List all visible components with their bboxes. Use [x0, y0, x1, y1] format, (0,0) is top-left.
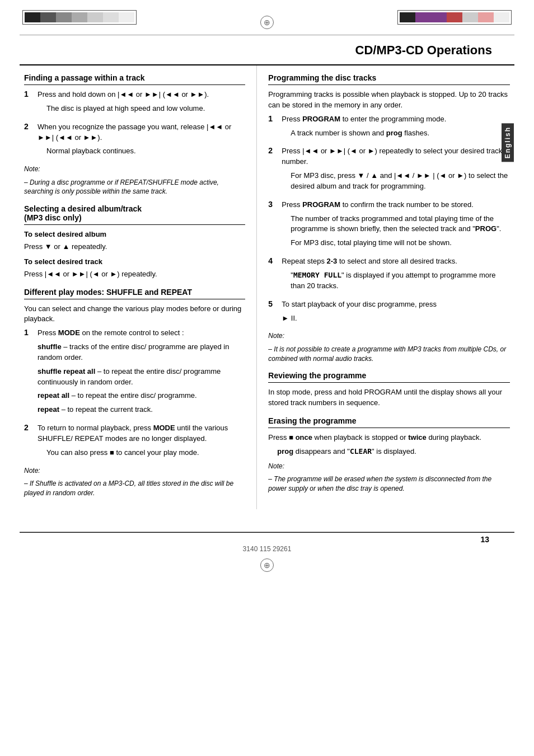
prog-step-content-4: Repeat steps 2-3 to select and store all… — [282, 256, 510, 295]
bar-4 — [72, 12, 87, 22]
left-color-bars — [22, 10, 137, 25]
section-reviewing: Reviewing the programme In stop mode, pr… — [268, 371, 510, 408]
step-finding-1: 1 Press and hold down on |◄◄ or ►►| (◄◄ … — [24, 90, 245, 118]
bar-2 — [40, 12, 56, 22]
step-num-2: 2 — [24, 122, 34, 161]
step-prog-5: 5 To start playback of your disc program… — [268, 299, 510, 327]
prog-step3-sub1: The number of tracks programmed and tota… — [291, 214, 510, 235]
sub-heading-album: To select desired album — [24, 229, 245, 240]
step-modes-num-1: 1 — [24, 328, 34, 419]
erasing-text: Press ■ once when playback is stopped or… — [268, 433, 510, 443]
step-num-1: 1 — [24, 90, 34, 118]
prog-step1-sub: A track number is shown and prog flashes… — [291, 128, 510, 139]
track-select-text: Press |◄◄ or ►►| (◄ or ►) repeatedly. — [24, 269, 245, 280]
section-heading-modes: Different play modes: SHUFFLE and REPEAT — [24, 288, 245, 299]
compass-icon: ⊕ — [260, 16, 274, 29]
album-select-text: Press ▼ or ▲ repeatedly. — [24, 242, 245, 252]
compass-area: ⊕ — [255, 10, 279, 29]
step-modes-2: 2 To return to normal playback, press MO… — [24, 423, 245, 462]
bar-7 — [119, 12, 134, 22]
step2-text: When you recognize the passage you want,… — [38, 122, 245, 143]
modes-step1-line3: shuffle repeat all – to repeat the entir… — [38, 367, 245, 388]
prog-step3-text: Press PROGRAM to confirm the track numbe… — [282, 200, 510, 210]
prog-step5-text: To start playback of your disc programme… — [282, 299, 510, 310]
step-modes-content-2: To return to normal playback, press MODE… — [38, 423, 245, 462]
section-finding-passage: Finding a passage within a track 1 Press… — [24, 73, 245, 196]
bottom-compass-icon: ⊕ — [260, 558, 274, 572]
step-content-2: When you recognize the passage you want,… — [38, 122, 245, 161]
step-prog-4: 4 Repeat steps 2-3 to select and store a… — [268, 256, 510, 295]
bar-5 — [87, 12, 103, 22]
content-area: Finding a passage within a track 1 Press… — [0, 65, 534, 509]
section-play-modes: Different play modes: SHUFFLE and REPEAT… — [24, 288, 245, 498]
modes-step2-sub: You can also press ■ to cancel your play… — [46, 448, 245, 458]
step-modes-content-1: Press MODE on the remote control to sele… — [38, 328, 245, 419]
top-bar-area: ⊕ — [0, 0, 534, 29]
programming-intro: Programming tracks is possible when play… — [268, 90, 510, 111]
sidebar-english-label: English — [502, 123, 514, 162]
page-title: CD/MP3-CD Operations — [20, 35, 514, 65]
note-text-prog: – It is not possible to create a program… — [268, 345, 510, 364]
step-content-1: Press and hold down on |◄◄ or ►►| (◄◄ or… — [38, 90, 245, 118]
prog-step-content-3: Press PROGRAM to confirm the track numbe… — [282, 200, 510, 252]
doc-number: 3140 115 29261 — [0, 545, 534, 558]
section-heading-reviewing: Reviewing the programme — [268, 371, 510, 383]
prog-step-num-1: 1 — [268, 114, 278, 142]
rbar-5 — [462, 12, 478, 22]
step-modes-num-2: 2 — [24, 423, 34, 462]
modes-step1-line4: repeat all – to repeat the entire disc/ … — [38, 391, 245, 401]
section-programming: Programming the disc tracks Programming … — [268, 73, 510, 363]
sub-heading-track: To select desired track — [24, 257, 245, 267]
section-heading-finding: Finding a passage within a track — [24, 73, 245, 85]
prog-step-num-4: 4 — [268, 256, 278, 295]
bar-1 — [25, 12, 40, 22]
prog-step-content-2: Press |◄◄ or ►►| (◄ or ►) repeatedly to … — [282, 146, 510, 195]
prog-step3-sub2: For MP3 disc, total playing time will no… — [291, 238, 510, 248]
note-text-finding: – During a disc programme or if REPEAT/S… — [24, 178, 245, 197]
prog-step4-sub: "MEMORY FULL" is displayed if you attemp… — [291, 270, 510, 292]
right-color-bars — [397, 10, 512, 25]
modes-step2-text: To return to normal playback, press MODE… — [38, 423, 245, 444]
prog-step2-sub: For MP3 disc, press ▼ / ▲ and |◄◄ / ►► |… — [291, 171, 510, 192]
section-heading-erasing: Erasing the programme — [268, 416, 510, 428]
note-label-erasing: Note: — [268, 462, 510, 471]
rbar-1 — [400, 12, 415, 22]
note-text-erasing: – The programme will be erased when the … — [268, 475, 510, 494]
right-column: Programming the disc tracks Programming … — [257, 65, 514, 509]
note-label-prog: Note: — [268, 331, 510, 341]
page-number: 13 — [480, 535, 489, 544]
modes-intro: You can select and change the various pl… — [24, 304, 245, 325]
prog-step5-sub: ► II. — [282, 313, 510, 324]
prog-step-content-5: To start playback of your disc programme… — [282, 299, 510, 327]
bar-3 — [56, 12, 72, 22]
modes-step1-line2: shuffle – tracks of the entire disc/ pro… — [38, 342, 245, 363]
section-album-track: Selecting a desired album/track(MP3 disc… — [24, 204, 245, 279]
rbar-7 — [494, 12, 509, 22]
bottom-compass-area: ⊕ — [0, 558, 534, 582]
rbar-6 — [478, 12, 494, 22]
step-prog-1: 1 Press PROGRAM to enter the programming… — [268, 114, 510, 142]
note-label-finding: Note: — [24, 165, 245, 174]
section-heading-programming: Programming the disc tracks — [268, 73, 510, 85]
step2-sub: Normal playback continues. — [46, 146, 245, 157]
section-erasing: Erasing the programme Press ■ once when … — [268, 416, 510, 494]
note-label-modes: Note: — [24, 466, 245, 476]
step-modes-1: 1 Press MODE on the remote control to se… — [24, 328, 245, 419]
step1-sub: The disc is played at high speed and low… — [46, 104, 245, 114]
note-text-modes: – If Shuffle is activated on a MP3-CD, a… — [24, 479, 245, 498]
prog-step-num-3: 3 — [268, 200, 278, 252]
modes-step1-line5: repeat – to repeat the current track. — [38, 405, 245, 415]
prog-step-num-5: 5 — [268, 299, 278, 327]
rbar-3 — [431, 12, 447, 22]
rbar-4 — [447, 12, 462, 22]
section-heading-album: Selecting a desired album/track(MP3 disc… — [24, 204, 245, 225]
step-prog-3: 3 Press PROGRAM to confirm the track num… — [268, 200, 510, 252]
page-number-area: 13 — [20, 532, 514, 545]
prog-step-num-2: 2 — [268, 146, 278, 195]
bar-6 — [103, 12, 119, 22]
prog-step-content-1: Press PROGRAM to enter the programming m… — [282, 114, 510, 142]
step-prog-2: 2 Press |◄◄ or ►►| (◄ or ►) repeatedly t… — [268, 146, 510, 195]
modes-step1-line1: Press MODE on the remote control to sele… — [38, 328, 245, 339]
left-column: Finding a passage within a track 1 Press… — [20, 65, 257, 509]
rbar-2 — [415, 12, 431, 22]
